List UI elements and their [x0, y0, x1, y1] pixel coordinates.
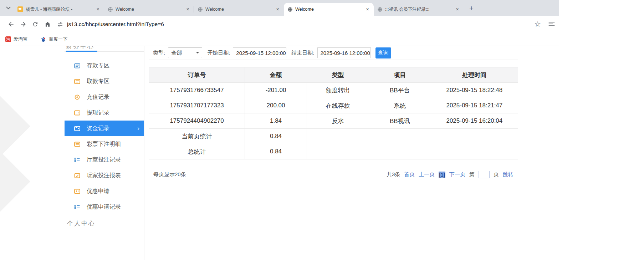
back-icon: [7, 21, 15, 28]
new-tab-button[interactable]: +: [466, 3, 476, 13]
table-row-grand-total: 总统计 0.84: [149, 144, 518, 159]
tab-video-records[interactable]: :::视讯 会员下注纪录::: ×: [374, 3, 464, 16]
tab-welcome-active[interactable]: Welcome ×: [284, 3, 374, 16]
globe-favicon: [197, 6, 203, 12]
tab-forum[interactable]: 杨雪儿 - 海燕策略论坛 - ×: [14, 3, 104, 16]
sidebar-item-label: 优惠申请: [87, 188, 109, 195]
first-page-link[interactable]: 首页: [404, 171, 415, 178]
tab-title: :::视讯 会员下注纪录:::: [385, 6, 452, 12]
sidebar-item-deposit-zone[interactable]: 存款专区: [65, 58, 144, 73]
type-select[interactable]: 全部: [168, 47, 202, 58]
sidebar-item-label: 存款专区: [87, 62, 109, 70]
query-button[interactable]: 查询: [375, 47, 391, 58]
sidebar-item-label: 提现记录: [87, 109, 109, 117]
cell-order-id: 1757931766733547: [149, 83, 245, 98]
personal-center-section-title: 个人中心: [67, 219, 144, 228]
funds-record-icon: [74, 126, 81, 131]
sidebar-item-promo-apply[interactable]: 优惠申请: [65, 183, 144, 199]
cell-amount: 0.84: [245, 144, 307, 159]
sidebar-item-withdrawal-records[interactable]: 提现记录: [65, 105, 144, 121]
chevron-down-icon: [6, 6, 11, 10]
tab-welcome-2[interactable]: Welcome ×: [194, 3, 284, 16]
sidebar-item-promo-apply-records[interactable]: 优惠申请记录: [65, 199, 144, 215]
sidebar-item-funds-records[interactable]: 资金记录 ›: [65, 121, 144, 136]
table-row-page-total: 当前页统计 0.84: [149, 129, 518, 144]
tab-strip: 杨雪儿 - 海燕策略论坛 - × Welcome × Welcome × Wel…: [0, 0, 559, 16]
pagination-bar: 每页显示20条 共3条 首页 上一页 [1] 下一页 第 页 跳转: [149, 166, 518, 183]
side-panel-icon[interactable]: [548, 21, 555, 27]
site-info-button[interactable]: [57, 21, 63, 27]
bookmark-baidu[interactable]: 百度一下: [40, 36, 67, 42]
baidu-icon: [40, 36, 46, 42]
tab-close-icon[interactable]: ×: [95, 6, 101, 12]
main-content: 类型: 全部 开始日期: 2025-09-15 12:00:00 结束日期: 2…: [149, 46, 518, 183]
tab-close-icon[interactable]: ×: [454, 6, 460, 12]
filter-bar: 类型: 全部 开始日期: 2025-09-15 12:00:00 结束日期: 2…: [149, 46, 518, 60]
reload-button[interactable]: [29, 18, 41, 30]
sidebar-item-withdraw-zone[interactable]: 取款专区: [65, 73, 144, 89]
tab-search-button[interactable]: [4, 3, 13, 12]
reload-icon: [32, 21, 39, 27]
tune-icon: [57, 21, 63, 27]
cell-order-id: 1757931707177323: [149, 98, 245, 113]
lottery-bet-detail-icon: [74, 142, 81, 147]
home-button[interactable]: [41, 18, 53, 30]
sidebar-item-label: 优惠申请记录: [87, 203, 121, 211]
bookmark-aitaobao[interactable]: 淘 爱淘宝: [5, 36, 27, 42]
sidebar-item-hall-bet-records[interactable]: 厅室投注记录: [65, 152, 144, 168]
hall-bet-record-icon: [74, 157, 81, 163]
sidebar-item-player-bet-report[interactable]: 玩家投注报表: [65, 168, 144, 183]
cell-amount: 0.84: [245, 129, 307, 144]
sidebar-item-label: 资金记录: [87, 125, 109, 132]
tab-close-icon[interactable]: ×: [364, 6, 370, 12]
url-text[interactable]: js13.cc/hhcp/usercenter.html?iniType=6: [67, 21, 164, 27]
table-header-row: 订单号 金额 类型 项目 处理时间: [149, 67, 518, 83]
table-row: 1757931766733547 -201.00 额度转出 BB平台 2025-…: [149, 83, 518, 98]
type-select-value: 全部: [171, 50, 182, 56]
forward-button[interactable]: [17, 18, 29, 30]
prev-page-link[interactable]: 上一页: [419, 171, 435, 178]
sidebar-item-recharge-records[interactable]: 充值记录: [65, 89, 144, 105]
globe-favicon: [377, 6, 383, 12]
back-button[interactable]: [5, 18, 17, 30]
select-caret-icon: [196, 52, 199, 55]
omnibox[interactable]: js13.cc/hhcp/usercenter.html?iniType=6: [57, 21, 532, 27]
bookmark-label: 百度一下: [49, 36, 67, 42]
page-jump-input[interactable]: [479, 171, 490, 178]
cell-type: 额度转出: [307, 83, 369, 98]
tab-close-icon[interactable]: ×: [185, 6, 191, 12]
bookmark-star-icon[interactable]: ☆: [534, 20, 541, 29]
sidebar-item-label: 彩票下注明细: [87, 141, 121, 148]
col-time: 处理时间: [431, 67, 518, 83]
bookmark-label: 爱淘宝: [14, 36, 27, 42]
tab-welcome-1[interactable]: Welcome ×: [104, 3, 194, 16]
cell-empty: [307, 144, 369, 159]
cell-type: 在线存款: [307, 98, 369, 113]
promo-apply-icon: [74, 189, 81, 194]
globe-favicon: [107, 6, 113, 12]
next-page-link[interactable]: 下一页: [449, 171, 465, 178]
address-bar: js13.cc/hhcp/usercenter.html?iniType=6 ☆: [0, 16, 559, 33]
cell-label: 当前页统计: [149, 129, 245, 144]
taobao-icon: 淘: [5, 36, 11, 42]
jump-go-link[interactable]: 跳转: [503, 171, 513, 178]
withdrawal-record-icon: [74, 110, 81, 116]
end-date-input[interactable]: 2025-09-16 12:00:00: [317, 47, 371, 58]
total-count-text: 共3条: [387, 171, 400, 178]
tab-title: Welcome: [116, 7, 182, 12]
cell-time: 2025-09-15 18:22:48: [431, 83, 518, 98]
window-minimize-button[interactable]: —: [543, 4, 553, 11]
forum-favicon: [17, 6, 23, 12]
finance-section-title: 财务中心: [66, 46, 94, 51]
cell-time: 2025-09-15 18:21:47: [431, 98, 518, 113]
player-bet-report-icon: [74, 173, 81, 178]
sidebar-item-lottery-bet-details[interactable]: 彩票下注明细: [65, 136, 144, 152]
cell-empty: [431, 144, 518, 159]
cell-amount: -201.00: [245, 83, 307, 98]
start-date-input[interactable]: 2025-09-15 12:00:00: [233, 47, 286, 58]
tab-close-icon[interactable]: ×: [275, 6, 281, 12]
cell-order-id: 1757924404902270: [149, 113, 245, 129]
finance-section-header: 财务中心: [65, 46, 144, 52]
sidebar-item-label: 取款专区: [87, 78, 109, 85]
cell-project: 系统: [369, 98, 431, 113]
